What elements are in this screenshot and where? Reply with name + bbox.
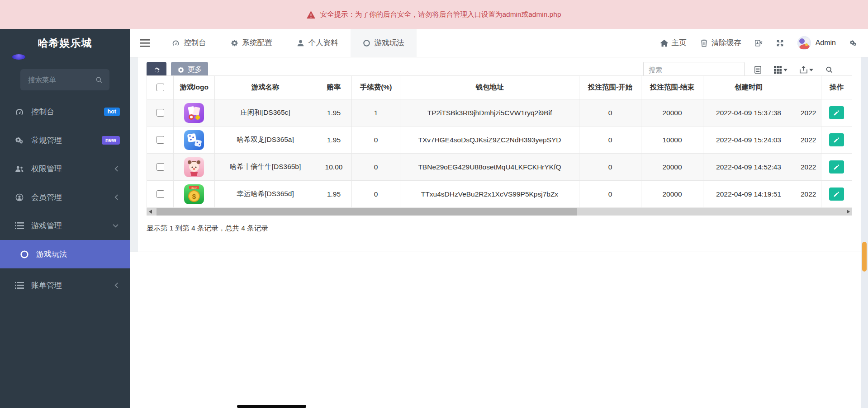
tab-label: 个人资料	[308, 38, 338, 48]
edit-button[interactable]	[829, 160, 844, 174]
chevron-left-icon	[114, 282, 119, 288]
pencil-icon	[833, 109, 840, 116]
tab-profile[interactable]: 个人资料	[285, 29, 351, 57]
scroll-right-arrow[interactable]	[844, 208, 852, 216]
svg-text:$: $	[192, 192, 196, 200]
horizontal-scrollbar[interactable]	[147, 208, 852, 216]
nav-home-label: 主页	[672, 38, 687, 48]
sidebar-item-label: 游戏玩法	[36, 249, 67, 259]
scrollbar-thumb[interactable]	[157, 208, 577, 216]
fullscreen-icon	[776, 39, 784, 47]
table-header-row: 游戏logo游戏名称赔率手续费(%)钱包地址投注范围-开始投注范围-结束创建时间…	[147, 76, 852, 99]
cell-created: 2022-04-09 15:37:38	[703, 99, 794, 127]
row-checkbox[interactable]	[157, 136, 164, 144]
pencil-icon	[833, 164, 840, 170]
caret-down-icon	[809, 69, 813, 71]
pencil-icon	[833, 191, 840, 197]
cell-odds: 1.95	[316, 99, 352, 127]
column-header-bet_end: 投注范围-结束	[641, 76, 703, 99]
nav-settings-button[interactable]	[849, 39, 857, 47]
tab-system-config[interactable]: 系统配置	[218, 29, 285, 57]
games-table: 游戏logo游戏名称赔率手续费(%)钱包地址投注范围-开始投注范围-结束创建时间…	[147, 75, 852, 208]
select-all-checkbox[interactable]	[157, 84, 164, 91]
cell-updated-truncated: 2022	[794, 154, 821, 181]
cell-odds: 10.00	[316, 154, 352, 181]
content-gutter	[130, 57, 138, 252]
scroll-left-arrow[interactable]	[147, 208, 154, 216]
row-checkbox[interactable]	[157, 163, 164, 171]
home-icon	[660, 39, 668, 47]
sidebar-item-gameplay[interactable]: 游戏玩法	[0, 240, 130, 268]
sidebar-item-member[interactable]: 会员管理	[0, 183, 130, 211]
nav-fullscreen-button[interactable]	[776, 39, 784, 47]
menu-toggle-button[interactable]	[130, 29, 160, 57]
cell-wallet: TXv7HGE4soDsQJKsiZ9ZC2NdH393yepSYD	[400, 127, 579, 154]
tab-console[interactable]: 控制台	[160, 29, 218, 57]
row-checkbox[interactable]	[157, 109, 164, 117]
sidebar-search-input[interactable]	[20, 76, 95, 84]
tab-label: 系统配置	[242, 38, 272, 48]
page-vertical-scrollbar[interactable]	[861, 57, 868, 408]
sidebar-item-console[interactable]: 控制台hot	[0, 98, 130, 126]
export-button[interactable]	[800, 66, 813, 74]
cell-fee: 0	[352, 127, 400, 154]
cell-created: 2022-04-09 14:19:51	[703, 181, 794, 208]
chevron-left-icon	[114, 166, 119, 172]
sidebar-item-label: 会员管理	[31, 192, 62, 202]
cell-odds: 1.95	[316, 181, 352, 208]
row-checkbox[interactable]	[157, 190, 164, 198]
sidebar-item-label: 游戏管理	[31, 220, 62, 231]
refresh-icon	[153, 66, 160, 74]
sidebar-item-billing[interactable]: 账单管理	[0, 271, 130, 300]
user-menu[interactable]: Admin	[797, 36, 836, 50]
sidebar-item-auth[interactable]: 权限管理	[0, 155, 130, 183]
sidebar: 哈希娱乐城 控制台hot常规管理new权限管理会员管理游戏管理游戏玩法账单管理	[0, 29, 130, 408]
game-logo-pink-character	[174, 157, 214, 177]
columns-grid-icon	[774, 66, 782, 74]
search-toggle-button[interactable]	[825, 66, 833, 74]
nav-language-button[interactable]	[755, 39, 763, 47]
cell-updated-truncated: 2022	[794, 181, 821, 208]
sidebar-menu: 控制台hot常规管理new权限管理会员管理游戏管理游戏玩法账单管理	[0, 98, 130, 300]
cell-fee: 0	[352, 154, 400, 181]
chevron-left-icon	[114, 194, 119, 200]
cell-name: 哈希双龙[DS365a]	[215, 127, 316, 154]
sidebar-logo-partial	[12, 54, 25, 60]
game-logo-purple-cards	[174, 103, 214, 123]
sidebar-item-game[interactable]: 游戏管理	[0, 211, 130, 240]
edit-button[interactable]	[829, 133, 844, 146]
navbar-right: 主页 清除缓存 Admin	[660, 29, 868, 57]
gear-icon	[177, 66, 185, 74]
bottom-black-bar	[237, 405, 306, 408]
sidebar-item-general[interactable]: 常规管理new	[0, 126, 130, 155]
edit-button[interactable]	[829, 106, 844, 119]
cell-select	[147, 181, 174, 208]
circle-icon	[19, 250, 30, 259]
record-summary: 显示第 1 到第 4 条记录，总共 4 条记录	[147, 224, 268, 233]
circle-icon	[363, 39, 370, 47]
vertical-scroll-thumb[interactable]	[862, 242, 867, 272]
nav-clear-cache-link[interactable]: 清除缓存	[700, 38, 741, 48]
table-row: 庄闲和[DS365c]1.951TP2iTSBk3Rt9jhDmhjzi5CVW…	[147, 99, 852, 127]
columns-button[interactable]	[774, 66, 787, 74]
cell-actions	[821, 99, 852, 127]
scrollbar-track[interactable]	[154, 208, 844, 216]
column-header-wallet: 钱包地址	[400, 76, 579, 99]
sidebar-search	[20, 69, 109, 90]
more-button-label: 更多	[188, 65, 202, 75]
nav-home-link[interactable]: 主页	[660, 38, 687, 48]
cell-odds: 1.95	[316, 127, 352, 154]
edit-button[interactable]	[829, 188, 844, 201]
games-table-wrap: 游戏logo游戏名称赔率手续费(%)钱包地址投注范围-开始投注范围-结束创建时间…	[147, 75, 852, 208]
cell-fee: 0	[352, 181, 400, 208]
tab-gameplay[interactable]: 游戏玩法	[351, 29, 417, 57]
column-header-select	[147, 76, 174, 99]
cell-bet-end: 20000	[641, 99, 703, 127]
toggle-view-button[interactable]	[754, 66, 762, 74]
nav-clear-cache-label: 清除缓存	[711, 38, 741, 48]
paper-icon	[754, 66, 762, 74]
list-icon	[14, 281, 25, 290]
column-header-updated	[794, 76, 821, 99]
cell-actions	[821, 154, 852, 181]
warning-icon	[307, 11, 315, 19]
